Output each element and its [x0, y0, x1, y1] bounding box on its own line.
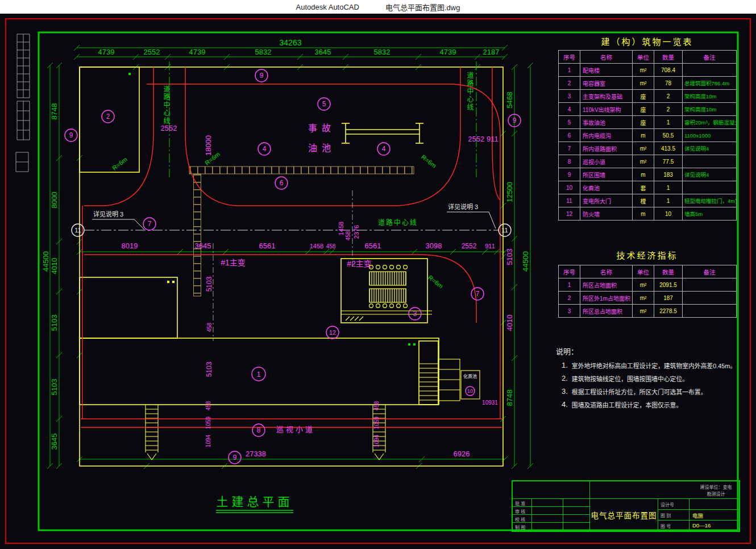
table-cell: 总建筑面积786.4m — [683, 77, 737, 90]
table-cell: m² — [633, 278, 654, 292]
table-row: 1配电楼m²708.4 — [559, 64, 737, 77]
table-cell: 墙高5m — [683, 207, 737, 221]
transformer2-label: #2主变 — [347, 259, 372, 268]
callout-number: 11 — [501, 227, 508, 234]
table-cell: 413.5 — [654, 142, 683, 155]
dim-text: 2552 — [161, 124, 177, 132]
dim-text: 4739 — [440, 48, 456, 56]
dim-text: 5832 — [255, 48, 272, 56]
callout-number: 9 — [69, 131, 73, 139]
table-cell: 变电所大门 — [580, 194, 633, 207]
table-cell: 4 — [559, 103, 580, 116]
table-cell: 78 — [654, 77, 683, 90]
radius-label: R=6m — [427, 274, 445, 290]
dim-text: 458 — [326, 243, 336, 249]
table-cell: 3 — [559, 305, 580, 318]
table-cell: m² — [633, 292, 654, 305]
plan-title-underline — [216, 510, 293, 513]
table-row: 1所区占地面积m²2091.5 — [559, 278, 737, 292]
table-row: 2所区外1m占地面积m²187 — [559, 292, 737, 305]
drawing-no-label: 图 号 — [661, 523, 671, 529]
column-header: 序号 — [559, 265, 580, 278]
callout-number: 1 — [256, 370, 260, 379]
dim-text: 458 — [206, 322, 213, 332]
column-header: 单位 — [633, 51, 654, 64]
transformer1-label: #1主变 — [221, 258, 246, 267]
dim-text: 4739 — [189, 48, 206, 56]
table-row: 5事故油池座1容积20m³，钢筋混凝土 — [559, 116, 737, 129]
dim-text: 6561 — [365, 242, 381, 250]
note-number: 4. — [562, 400, 568, 409]
table-cell: 所内道路面积 — [580, 142, 633, 155]
dim-text: 911 — [485, 243, 495, 249]
center-lines — [84, 61, 499, 341]
leader-lines — [92, 212, 496, 230]
callout-number: 11 — [74, 227, 81, 234]
design-org-label: 勘测设计 — [695, 490, 737, 497]
table-cell: 10 — [559, 181, 580, 194]
signature-strip — [16, 34, 30, 172]
stairs-block — [419, 341, 480, 405]
road-centerline-label: 道路中心线 — [162, 85, 170, 125]
drawing-title: 电气总平面布置图 — [590, 499, 658, 530]
table-cell: 配电楼 — [580, 64, 633, 77]
dim-text: 4010 — [505, 315, 514, 331]
table-cell: m² — [633, 64, 654, 77]
table-cell: 座 — [633, 90, 654, 103]
site-walls-and-buildings — [80, 67, 503, 466]
table-cell: 11 — [559, 194, 580, 207]
dim-text: 1059 — [373, 416, 380, 429]
table-row: 6所内电缆沟m50.51100x1000 — [559, 129, 737, 142]
window-titlebar[interactable]: Autodesk AutoCAD 电气总平面布置图.dwg — [0, 0, 756, 14]
table-cell: 主变架构及基础 — [580, 90, 633, 103]
table-row: 7所内道路面积m²413.5详见说明4 — [559, 142, 737, 155]
dim-text: 2552 — [144, 48, 160, 56]
table-row: 8巡视小道m²77.5 — [559, 155, 737, 168]
note-number: 1. — [562, 361, 568, 370]
table-cell: 183 — [654, 168, 683, 181]
site-marker — [128, 73, 131, 75]
table-cell: 1 — [654, 194, 683, 207]
table-cell: 77.5 — [654, 155, 683, 168]
table-cell: 10 — [654, 207, 683, 221]
table-row: 10化粪池套1 — [559, 181, 737, 194]
septic-tank-label: 化粪池 — [463, 373, 477, 379]
dim-text: 5103 — [50, 315, 59, 331]
table-cell: 2 — [654, 90, 683, 103]
dim-text: 458 — [205, 401, 211, 410]
note-item: 3.根据工程设计所址方位，所区大门可选其一布置。 — [556, 387, 747, 396]
dim-text: 2552 911 — [468, 135, 498, 143]
building-table: 序号 名称 单位 数量 备注 1配电楼m²708.42电容器室m²78总建筑面积… — [558, 50, 737, 221]
cable-trench — [189, 167, 414, 296]
callout-number: 7 — [148, 220, 152, 228]
table-cell: 2 — [559, 292, 580, 305]
table-row: 3所区总占地面积m²2278.5 — [559, 305, 737, 318]
dim-text: 5103 — [205, 361, 213, 377]
callout-number: 9 — [513, 117, 517, 124]
table-cell: 座 — [633, 103, 654, 116]
callout-number: 7 — [476, 290, 480, 298]
radius-label: R=6m — [111, 156, 128, 172]
dim-text: 2376 — [353, 225, 360, 239]
callout-number: 9 — [260, 72, 264, 80]
table-cell: 所区围墙 — [580, 168, 633, 181]
dim-text: 18000 — [204, 135, 213, 156]
drawing-no-value: D0—16 — [692, 522, 711, 529]
table-cell: 所区总占地面积 — [580, 305, 633, 318]
table-cell: 1100x1000 — [683, 129, 737, 142]
table-cell: 2 — [559, 77, 580, 90]
callout-number: 4 — [382, 145, 386, 153]
table-cell: 轻型电动推拉门，4m宽 — [683, 194, 737, 207]
note-text: 根据工程设计所址方位，所区大门可选其一布置。 — [572, 387, 707, 396]
building-table-title: 建（构）筑物一览表 — [558, 35, 736, 47]
column-header: 名称 — [580, 51, 633, 64]
dim-text: 8748 — [50, 103, 59, 120]
oil-pool-label: 油池 — [308, 143, 335, 153]
table-cell: 8 — [559, 155, 580, 168]
column-header: 备注 — [683, 51, 737, 64]
table-cell: 1 — [559, 64, 580, 77]
table-cell: 9 — [559, 168, 580, 181]
table-cell: 详见说明4 — [683, 142, 737, 155]
drawing-class-value: 电施 — [692, 511, 703, 519]
column-header: 数量 — [654, 265, 683, 278]
